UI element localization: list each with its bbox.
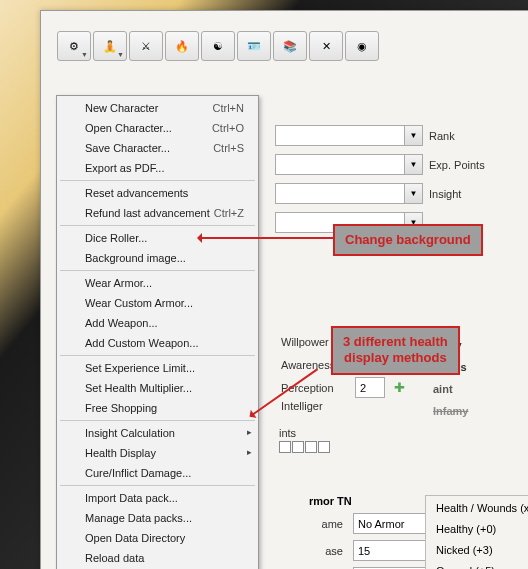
chevron-down-icon: ▼: [117, 51, 124, 58]
void-points-label: ints: [279, 427, 296, 439]
plus-icon[interactable]: ✚: [394, 380, 405, 395]
menu-reload-data[interactable]: Reload data: [57, 548, 258, 568]
hw-healthy: Healthy (+0): [436, 523, 528, 535]
menu-save-character[interactable]: Save Character...Ctrl+S: [57, 138, 258, 158]
toolbar-cross-button[interactable]: ✕: [309, 31, 343, 61]
gear-dropdown-menu: New CharacterCtrl+N Open Character...Ctr…: [56, 95, 259, 569]
menu-add-custom-weapon[interactable]: Add Custom Weapon...: [57, 333, 258, 353]
id-card-icon: 🪪: [247, 40, 261, 53]
taint-label: aint: [433, 383, 468, 395]
menu-reset-advancements[interactable]: Reset advancements: [57, 183, 258, 203]
insight-label: Insight: [429, 188, 461, 200]
armor-section: rmor TN ame ase rmor eduction: [279, 495, 439, 569]
armor-name-label: ame: [279, 518, 347, 530]
exp-label: Exp. Points: [429, 159, 485, 171]
menu-free-shopping[interactable]: Free Shopping: [57, 398, 258, 418]
menu-refund-advancement[interactable]: Refund last advancementCtrl+Z: [57, 203, 258, 223]
menu-health-display[interactable]: Health Display: [57, 443, 258, 463]
cross-swords-icon: ✕: [322, 40, 331, 53]
menu-set-health-multiplier[interactable]: Set Health Multiplier...: [57, 378, 258, 398]
toolbar-coin-button[interactable]: ◉: [345, 31, 379, 61]
exp-combo[interactable]: ▼: [275, 154, 423, 175]
rank-combo[interactable]: ▼: [275, 125, 423, 146]
hw-nicked: Nicked (+3): [436, 544, 528, 556]
toolbar-monk-button[interactable]: 🧘▼: [93, 31, 127, 61]
coin-icon: ◉: [357, 40, 367, 53]
infamy-label: Infamy: [433, 405, 468, 417]
toolbar-id-button[interactable]: 🪪: [237, 31, 271, 61]
insight-combo[interactable]: ▼: [275, 183, 423, 204]
toolbar-sword-button[interactable]: ⚔: [129, 31, 163, 61]
menu-set-xp-limit[interactable]: Set Experience Limit...: [57, 358, 258, 378]
content-area: New CharacterCtrl+N Open Character...Ctr…: [53, 65, 528, 77]
chevron-down-icon: ▼: [405, 154, 423, 175]
menu-manage-data-packs[interactable]: Manage Data packs...: [57, 508, 258, 528]
gear-icon: ⚙: [69, 40, 79, 53]
chevron-down-icon: ▼: [405, 125, 423, 146]
toolbar: ⚙▼ 🧘▼ ⚔ 🔥 ☯ 🪪 📚 ✕ ◉: [57, 31, 528, 61]
callout-health-display: 3 different health display methods: [331, 326, 460, 375]
toolbar-yinyang-button[interactable]: ☯: [201, 31, 235, 61]
menu-add-weapon[interactable]: Add Weapon...: [57, 313, 258, 333]
yinyang-icon: ☯: [213, 40, 223, 53]
menu-cure-inflict[interactable]: Cure/Inflict Damage...: [57, 463, 258, 483]
menu-export-pdf[interactable]: Export as PDF...: [57, 158, 258, 178]
void-section: ints: [279, 427, 330, 453]
menu-wear-armor[interactable]: Wear Armor...: [57, 273, 258, 293]
void-boxes[interactable]: [279, 441, 330, 453]
menu-background-image[interactable]: Background image...: [57, 248, 258, 268]
fire-icon: 🔥: [175, 40, 189, 53]
toolbar-gear-button[interactable]: ⚙▼: [57, 31, 91, 61]
menu-insight-calculation[interactable]: Insight Calculation: [57, 423, 258, 443]
health-wounds-box: Health / Wounds (x Healthy (+0) Nicked (…: [425, 495, 528, 569]
chevron-down-icon: ▼: [81, 51, 88, 58]
intelligence-label: Intelliger: [281, 400, 349, 412]
menu-new-character[interactable]: New CharacterCtrl+N: [57, 98, 258, 118]
toolbar-books-button[interactable]: 📚: [273, 31, 307, 61]
perception-field[interactable]: [355, 377, 385, 398]
hw-grazed: Grazed (+5): [436, 565, 528, 569]
armor-base-label: ase: [279, 545, 347, 557]
toolbar-fire-button[interactable]: 🔥: [165, 31, 199, 61]
hw-title: Health / Wounds (x: [436, 502, 528, 514]
monk-icon: 🧘: [103, 40, 117, 53]
menu-open-character[interactable]: Open Character...Ctrl+O: [57, 118, 258, 138]
menu-open-data-directory[interactable]: Open Data Directory: [57, 528, 258, 548]
menu-import-data-pack[interactable]: Import Data pack...: [57, 488, 258, 508]
sword-icon: ⚔: [141, 40, 151, 53]
app-window: ⚙▼ 🧘▼ ⚔ 🔥 ☯ 🪪 📚 ✕ ◉ New CharacterCtrl+N …: [40, 10, 528, 569]
callout-change-background: Change background: [333, 224, 483, 256]
chevron-down-icon: ▼: [405, 183, 423, 204]
books-icon: 📚: [283, 40, 297, 53]
armor-tn-label: rmor TN: [279, 495, 439, 507]
annotation-arrow: [200, 237, 333, 239]
rank-label: Rank: [429, 130, 455, 142]
menu-wear-custom-armor[interactable]: Wear Custom Armor...: [57, 293, 258, 313]
